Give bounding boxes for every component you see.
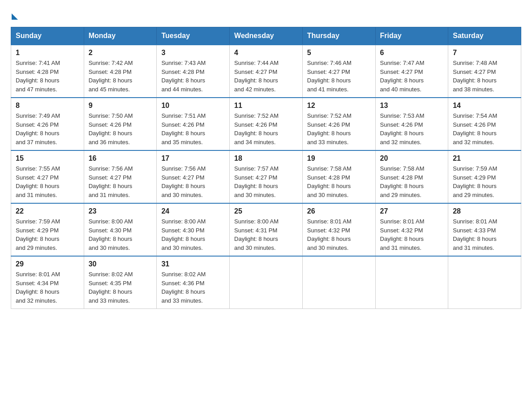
day-number: 22 bbox=[16, 207, 79, 215]
calendar-cell: 7Sunrise: 7:48 AMSunset: 4:27 PMDaylight… bbox=[448, 45, 521, 98]
day-info: Sunrise: 7:44 AMSunset: 4:27 PMDaylight:… bbox=[234, 59, 298, 94]
calendar-cell: 10Sunrise: 7:51 AMSunset: 4:26 PMDayligh… bbox=[157, 98, 230, 150]
day-number: 18 bbox=[234, 154, 298, 163]
day-info: Sunrise: 8:00 AMSunset: 4:31 PMDaylight:… bbox=[234, 217, 298, 252]
calendar-cell: 8Sunrise: 7:49 AMSunset: 4:26 PMDaylight… bbox=[11, 98, 84, 150]
calendar-cell bbox=[448, 256, 521, 309]
day-info: Sunrise: 7:41 AMSunset: 4:28 PMDaylight:… bbox=[16, 59, 79, 94]
day-info: Sunrise: 8:02 AMSunset: 4:35 PMDaylight:… bbox=[89, 270, 152, 305]
day-info: Sunrise: 7:51 AMSunset: 4:26 PMDaylight:… bbox=[161, 111, 225, 146]
day-number: 2 bbox=[89, 49, 152, 57]
day-number: 25 bbox=[234, 207, 298, 215]
day-info: Sunrise: 7:59 AMSunset: 4:29 PMDaylight:… bbox=[453, 164, 516, 199]
day-info: Sunrise: 7:43 AMSunset: 4:28 PMDaylight:… bbox=[161, 59, 225, 94]
calendar-cell: 27Sunrise: 8:01 AMSunset: 4:32 PMDayligh… bbox=[375, 203, 448, 256]
day-header-wednesday: Wednesday bbox=[230, 27, 303, 45]
day-header-thursday: Thursday bbox=[302, 27, 375, 45]
day-number: 9 bbox=[89, 102, 152, 110]
calendar-cell: 23Sunrise: 8:00 AMSunset: 4:30 PMDayligh… bbox=[84, 203, 157, 256]
calendar-table: SundayMondayTuesdayWednesdayThursdayFrid… bbox=[11, 27, 521, 309]
day-info: Sunrise: 7:57 AMSunset: 4:27 PMDaylight:… bbox=[234, 164, 298, 199]
day-info: Sunrise: 7:49 AMSunset: 4:26 PMDaylight:… bbox=[16, 111, 79, 146]
logo bbox=[11, 11, 18, 20]
calendar-cell bbox=[230, 256, 303, 309]
day-number: 3 bbox=[161, 49, 225, 57]
day-number: 28 bbox=[453, 207, 516, 215]
day-number: 7 bbox=[453, 49, 516, 57]
day-header-friday: Friday bbox=[375, 27, 448, 45]
day-info: Sunrise: 7:52 AMSunset: 4:26 PMDaylight:… bbox=[234, 111, 298, 146]
day-number: 11 bbox=[234, 102, 298, 110]
calendar-cell bbox=[375, 256, 448, 309]
day-info: Sunrise: 8:00 AMSunset: 4:30 PMDaylight:… bbox=[161, 217, 225, 252]
calendar-cell: 11Sunrise: 7:52 AMSunset: 4:26 PMDayligh… bbox=[230, 98, 303, 150]
day-info: Sunrise: 8:01 AMSunset: 4:32 PMDaylight:… bbox=[380, 217, 444, 252]
calendar-cell: 22Sunrise: 7:59 AMSunset: 4:29 PMDayligh… bbox=[11, 203, 84, 256]
week-row-4: 22Sunrise: 7:59 AMSunset: 4:29 PMDayligh… bbox=[11, 203, 521, 256]
calendar-cell: 16Sunrise: 7:56 AMSunset: 4:27 PMDayligh… bbox=[84, 150, 157, 203]
calendar-cell: 2Sunrise: 7:42 AMSunset: 4:28 PMDaylight… bbox=[84, 45, 157, 98]
calendar-cell: 13Sunrise: 7:53 AMSunset: 4:26 PMDayligh… bbox=[375, 98, 448, 150]
logo-arrow-icon bbox=[12, 13, 18, 20]
calendar-cell: 26Sunrise: 8:01 AMSunset: 4:32 PMDayligh… bbox=[302, 203, 375, 256]
day-number: 26 bbox=[307, 207, 371, 215]
day-header-monday: Monday bbox=[84, 27, 157, 45]
day-info: Sunrise: 7:52 AMSunset: 4:26 PMDaylight:… bbox=[307, 111, 371, 146]
day-info: Sunrise: 7:56 AMSunset: 4:27 PMDaylight:… bbox=[89, 164, 152, 199]
calendar-cell: 31Sunrise: 8:02 AMSunset: 4:36 PMDayligh… bbox=[157, 256, 230, 309]
day-info: Sunrise: 7:59 AMSunset: 4:29 PMDaylight:… bbox=[16, 217, 79, 252]
days-header-row: SundayMondayTuesdayWednesdayThursdayFrid… bbox=[11, 27, 521, 45]
day-number: 4 bbox=[234, 49, 298, 57]
day-number: 8 bbox=[16, 102, 79, 110]
calendar-cell: 21Sunrise: 7:59 AMSunset: 4:29 PMDayligh… bbox=[448, 150, 521, 203]
day-number: 14 bbox=[453, 102, 516, 110]
day-info: Sunrise: 8:01 AMSunset: 4:32 PMDaylight:… bbox=[307, 217, 371, 252]
day-info: Sunrise: 8:01 AMSunset: 4:33 PMDaylight:… bbox=[453, 217, 516, 252]
day-number: 31 bbox=[161, 260, 225, 268]
day-info: Sunrise: 7:55 AMSunset: 4:27 PMDaylight:… bbox=[16, 164, 79, 199]
day-number: 27 bbox=[380, 207, 444, 215]
calendar-cell: 3Sunrise: 7:43 AMSunset: 4:28 PMDaylight… bbox=[157, 45, 230, 98]
calendar-cell: 6Sunrise: 7:47 AMSunset: 4:27 PMDaylight… bbox=[375, 45, 448, 98]
day-info: Sunrise: 7:53 AMSunset: 4:26 PMDaylight:… bbox=[380, 111, 444, 146]
day-info: Sunrise: 7:50 AMSunset: 4:26 PMDaylight:… bbox=[89, 111, 152, 146]
calendar-cell: 19Sunrise: 7:58 AMSunset: 4:28 PMDayligh… bbox=[302, 150, 375, 203]
day-info: Sunrise: 7:58 AMSunset: 4:28 PMDaylight:… bbox=[380, 164, 444, 199]
week-row-1: 1Sunrise: 7:41 AMSunset: 4:28 PMDaylight… bbox=[11, 45, 521, 98]
calendar-cell: 9Sunrise: 7:50 AMSunset: 4:26 PMDaylight… bbox=[84, 98, 157, 150]
day-number: 10 bbox=[161, 102, 225, 110]
day-number: 17 bbox=[161, 154, 225, 163]
calendar-cell: 15Sunrise: 7:55 AMSunset: 4:27 PMDayligh… bbox=[11, 150, 84, 203]
calendar-cell: 28Sunrise: 8:01 AMSunset: 4:33 PMDayligh… bbox=[448, 203, 521, 256]
day-info: Sunrise: 7:54 AMSunset: 4:26 PMDaylight:… bbox=[453, 111, 516, 146]
day-number: 13 bbox=[380, 102, 444, 110]
calendar-cell: 29Sunrise: 8:01 AMSunset: 4:34 PMDayligh… bbox=[11, 256, 84, 309]
day-number: 21 bbox=[453, 154, 516, 163]
day-number: 5 bbox=[307, 49, 371, 57]
week-row-5: 29Sunrise: 8:01 AMSunset: 4:34 PMDayligh… bbox=[11, 256, 521, 309]
day-header-tuesday: Tuesday bbox=[157, 27, 230, 45]
day-info: Sunrise: 7:58 AMSunset: 4:28 PMDaylight:… bbox=[307, 164, 371, 199]
day-number: 30 bbox=[89, 260, 152, 268]
week-row-2: 8Sunrise: 7:49 AMSunset: 4:26 PMDaylight… bbox=[11, 98, 521, 150]
week-row-3: 15Sunrise: 7:55 AMSunset: 4:27 PMDayligh… bbox=[11, 150, 521, 203]
day-info: Sunrise: 7:46 AMSunset: 4:27 PMDaylight:… bbox=[307, 59, 371, 94]
day-info: Sunrise: 8:00 AMSunset: 4:30 PMDaylight:… bbox=[89, 217, 152, 252]
calendar-cell: 24Sunrise: 8:00 AMSunset: 4:30 PMDayligh… bbox=[157, 203, 230, 256]
day-number: 15 bbox=[16, 154, 79, 163]
day-info: Sunrise: 7:42 AMSunset: 4:28 PMDaylight:… bbox=[89, 59, 152, 94]
day-number: 1 bbox=[16, 49, 79, 57]
day-info: Sunrise: 7:48 AMSunset: 4:27 PMDaylight:… bbox=[453, 59, 516, 94]
calendar-cell: 1Sunrise: 7:41 AMSunset: 4:28 PMDaylight… bbox=[11, 45, 84, 98]
calendar-cell: 25Sunrise: 8:00 AMSunset: 4:31 PMDayligh… bbox=[230, 203, 303, 256]
day-info: Sunrise: 7:56 AMSunset: 4:27 PMDaylight:… bbox=[161, 164, 225, 199]
page-header bbox=[11, 11, 521, 20]
calendar-cell: 30Sunrise: 8:02 AMSunset: 4:35 PMDayligh… bbox=[84, 256, 157, 309]
calendar-cell bbox=[302, 256, 375, 309]
calendar-cell: 20Sunrise: 7:58 AMSunset: 4:28 PMDayligh… bbox=[375, 150, 448, 203]
day-number: 24 bbox=[161, 207, 225, 215]
day-number: 29 bbox=[16, 260, 79, 268]
calendar-cell: 12Sunrise: 7:52 AMSunset: 4:26 PMDayligh… bbox=[302, 98, 375, 150]
day-info: Sunrise: 7:47 AMSunset: 4:27 PMDaylight:… bbox=[380, 59, 444, 94]
day-number: 12 bbox=[307, 102, 371, 110]
